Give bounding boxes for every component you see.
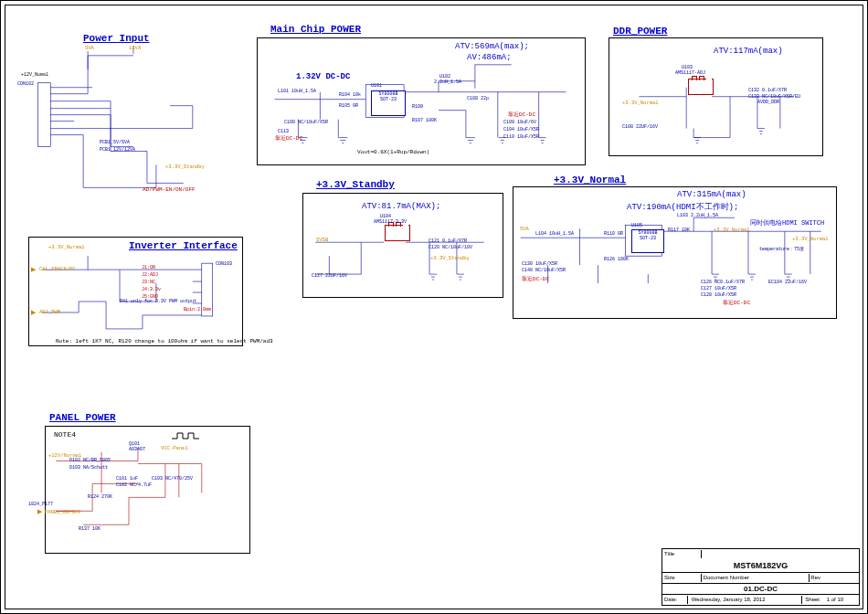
tb-sheet-label: Sheet bbox=[803, 597, 820, 602]
drawing-sheet: Power Input bbox=[0, 0, 868, 614]
ref-c104x: C104 10uF/X5R bbox=[503, 127, 539, 132]
section-title-ddr: DDR_POWER bbox=[613, 26, 667, 37]
box-panel bbox=[45, 426, 250, 554]
anno-stby81: ATV:81.7mA(MAX); bbox=[362, 202, 440, 211]
ref-1824: 1824_P177 bbox=[28, 502, 53, 507]
ref-c110x: C110 10uF/X5R bbox=[503, 134, 539, 140]
net-33stby: +3.3V_Standby bbox=[165, 164, 205, 170]
tb-part: MST6M182VG bbox=[662, 559, 859, 572]
section-title-mainchip: Main Chip POWER bbox=[270, 24, 361, 35]
ref-l104: L104 10uH_1.5A bbox=[535, 231, 574, 237]
norm-out2: +3.3V_Normal bbox=[714, 227, 750, 233]
near-dcdc-main2: 靠近DC-DC bbox=[275, 134, 302, 143]
port-panelonoff: PANEL_ON/OFF bbox=[45, 509, 81, 515]
anno-315: ATV:315mA(max) bbox=[677, 190, 746, 199]
ref-ec108: C108 22UF/16V bbox=[622, 124, 658, 130]
ref-pcb2: PCB1_12V/12VA bbox=[100, 147, 135, 153]
net-ddrin: +3.3V_Normal bbox=[622, 100, 659, 106]
anno-190: ATV:190mA(HDMI不工作时); bbox=[627, 201, 738, 213]
ref-c107: C100 NC/10uF/X5R bbox=[284, 120, 328, 125]
net-12vnom: +12V_Nomal bbox=[21, 72, 48, 78]
port-arrow-1: ▶ bbox=[31, 266, 36, 273]
ref-ec104: EC104 22uF/16V bbox=[768, 280, 807, 285]
ref-c120s: C120 NC/10uF/10V bbox=[429, 245, 472, 250]
ref-c109: C109 10uF/6V bbox=[503, 120, 536, 125]
ddr-out: AVDD_DDR bbox=[757, 100, 779, 105]
ref-c130: C130 10uF/X5R bbox=[522, 261, 557, 267]
ref-u102val: 2.2uH_1.5A bbox=[434, 79, 461, 85]
stby-out: +3.3V_Standby bbox=[430, 255, 470, 261]
title-block: Title MST6M182VG Size Document Number Re… bbox=[662, 548, 860, 606]
ic-main-pkg: SOT-23 bbox=[380, 97, 397, 102]
tb-date: Wednesday, January 18, 2012 bbox=[690, 596, 802, 604]
ref-c103: C103 NC/470/25V bbox=[152, 476, 193, 482]
ref-d103: D103 NA/Schott bbox=[69, 465, 108, 471]
ref-c128: C128 10uF/X5R bbox=[701, 292, 736, 298]
sub-132v: 1.32V DC-DC bbox=[296, 72, 350, 81]
anno-hdmi-switch: 同时供电给HDMI SWITCH bbox=[750, 218, 824, 228]
ic-norm-pkg: SOT-23 bbox=[640, 236, 656, 241]
ref-c102: C102 NC/4.7uF bbox=[116, 482, 152, 488]
net-5va: 5VA bbox=[85, 45, 94, 51]
ref-c127: C127 10uF/X5R bbox=[701, 286, 736, 291]
ic-norm-ref: U105 bbox=[631, 223, 642, 228]
note-inverter-tiny: Note: left 1K? NC, R120 change to 100ohm… bbox=[56, 338, 273, 344]
port-arrow-panel: ▶ bbox=[37, 508, 42, 515]
ref-r137: R137 10K bbox=[79, 526, 101, 532]
tb-docnum: Document Number bbox=[704, 574, 810, 582]
ic-ams1117-ddr bbox=[688, 79, 714, 95]
ref-r126: R126 100K bbox=[604, 257, 629, 262]
ref-l103: L103 2.2uH_1.5A bbox=[677, 213, 718, 218]
pin-bpin: Bpin:2.0mm bbox=[184, 307, 211, 312]
tb-rev: Rev bbox=[810, 575, 820, 580]
ref-con103: CON103 bbox=[216, 261, 232, 267]
section-title-panel: PANEL POWER bbox=[49, 412, 116, 423]
ref-c108: C108 22p bbox=[467, 96, 489, 101]
net-inv33: +3.3V_Normal bbox=[48, 244, 85, 250]
ref-r105: R105 0R bbox=[339, 103, 358, 109]
net-5va-norm: 5VA bbox=[520, 226, 529, 232]
ic-main-ref: U101 bbox=[371, 83, 382, 89]
net-5vsb: 5VSB bbox=[316, 237, 328, 243]
section-title-standby: +3.3V_Standby bbox=[316, 179, 395, 190]
tb-size: Size bbox=[664, 574, 702, 582]
ref-r107: R107 100K bbox=[412, 118, 437, 123]
ref-c132: C132 0.1uF/X7R bbox=[748, 88, 787, 93]
box-inverter bbox=[28, 237, 243, 346]
ref-con102: CON102 bbox=[17, 81, 34, 87]
pulse-icon bbox=[170, 430, 206, 441]
net-12va: 12VA bbox=[129, 45, 141, 51]
ic-sy8008b-main: SY8008B SOT-23 bbox=[371, 90, 406, 116]
section-title-power-input: Power Input bbox=[83, 33, 150, 44]
ref-pcb1: PCB1_5V/SVA bbox=[100, 140, 130, 145]
tb-sheet: 1 of 10 bbox=[821, 597, 843, 602]
anno-atv569: ATV:569mA(max); bbox=[455, 42, 529, 51]
port-arrow-2: ▶ bbox=[31, 309, 36, 316]
ref-r110: R110 0R bbox=[604, 231, 623, 237]
pin-j4: J4:3.3v bbox=[142, 287, 161, 292]
section-title-normal: +3.3V_Normal bbox=[554, 175, 626, 185]
anno-ddr117: ATV:117mA(max) bbox=[714, 47, 783, 56]
tb-docname: 01.DC-DC bbox=[662, 583, 859, 594]
ref-r117: R117 10K bbox=[668, 228, 690, 233]
ref-c140: C140 NC/10uF/X5R bbox=[522, 268, 566, 273]
temp75: temperature：75度 bbox=[759, 246, 804, 252]
ref-r124: R124 270K bbox=[88, 494, 112, 500]
pin-j3: J3:NC bbox=[142, 280, 155, 285]
pin-j2: J2:ADJ bbox=[142, 272, 158, 278]
near-dcdc-main: 靠近DC-DC bbox=[508, 111, 535, 119]
panel-out: VCC-Panel bbox=[161, 445, 188, 451]
pin-j1: J1:ON bbox=[142, 265, 155, 270]
box-mainchip bbox=[257, 37, 586, 165]
ref-r109: R109 bbox=[412, 104, 423, 110]
section-title-inverter: Inverter Interface bbox=[129, 240, 238, 251]
ref-r104: R104 10k bbox=[339, 92, 361, 98]
formula-vout: Vout=0.6X(1+Rup/Rdown) bbox=[357, 149, 429, 155]
ic-ddr-part: AMS1117-ADJ bbox=[675, 70, 705, 76]
note-adpwm: AD/PWM-EN/ON/OFF bbox=[143, 186, 196, 193]
ref-c121s: C121 0.1uF/X7R bbox=[429, 238, 467, 244]
near-dcdc-norm2: 靠近DC-DC bbox=[723, 299, 750, 307]
tb-title-label: Title bbox=[664, 550, 702, 558]
ic-sy8008b-norm: SY8008B SOT-23 bbox=[631, 229, 664, 253]
port-calfback: CAL_FBACK/PC bbox=[39, 266, 76, 272]
